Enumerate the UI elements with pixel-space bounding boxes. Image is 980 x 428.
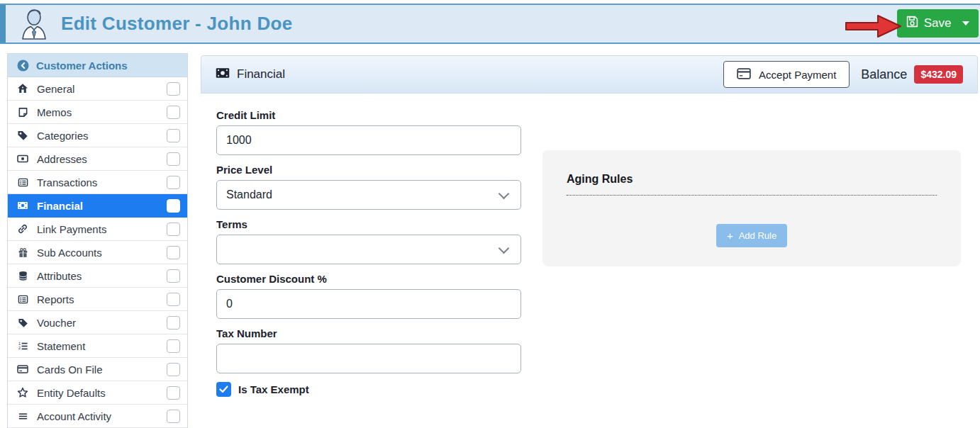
sidebar-item-general[interactable]: General <box>8 77 187 101</box>
person-icon <box>18 8 50 40</box>
sidebar-header: Customer Actions <box>8 54 187 77</box>
database-icon <box>16 271 29 281</box>
list-icon <box>16 177 29 188</box>
sidebar-item-label: Entity Defaults <box>37 387 159 399</box>
sidebar-checkbox[interactable] <box>167 82 180 96</box>
customer-discount-input[interactable] <box>216 289 521 319</box>
sidebar-item-label: Voucher <box>37 317 159 329</box>
customer-actions-sidebar: Customer Actions General Memos Categorie… <box>7 53 188 428</box>
sidebar-item-financial[interactable]: Financial <box>8 194 187 218</box>
add-rule-label: Add Rule <box>739 230 776 241</box>
sidebar-item-label: Link Payments <box>37 223 159 235</box>
sidebar-checkbox[interactable] <box>167 339 180 353</box>
sidebar-checkbox[interactable] <box>167 293 180 306</box>
price-level-label: Price Level <box>216 164 521 176</box>
aging-rules-card: Aging Rules + Add Rule <box>542 150 961 266</box>
is-tax-exempt-checkbox[interactable] <box>216 382 231 397</box>
sidebar-checkbox[interactable] <box>167 269 180 283</box>
sidebar-checkbox[interactable] <box>167 129 180 142</box>
save-button[interactable]: Save <box>897 9 979 38</box>
sidebar-item-cards-on-file[interactable]: Cards On File <box>8 358 187 381</box>
sidebar-item-label: General <box>37 83 159 95</box>
accept-payment-label: Accept Payment <box>759 69 836 81</box>
sidebar-item-label: Reports <box>37 293 159 305</box>
tag-icon <box>16 130 29 141</box>
page-title: Edit Customer - John Doe <box>61 13 292 35</box>
sidebar-item-categories[interactable]: Categories <box>8 124 187 147</box>
save-button-label: Save <box>924 16 952 30</box>
sidebar-checkbox[interactable] <box>167 199 180 213</box>
balance-label: Balance <box>861 67 907 82</box>
sidebar-checkbox[interactable] <box>167 223 180 236</box>
tag-solid-icon <box>16 317 29 328</box>
sidebar-item-memos[interactable]: Memos <box>8 101 187 124</box>
floppy-disk-icon <box>906 16 918 31</box>
sidebar-checkbox[interactable] <box>167 316 180 330</box>
sidebar-checkbox[interactable] <box>167 410 180 423</box>
sidebar-item-label: Financial <box>37 200 159 212</box>
list-icon <box>16 294 29 305</box>
sidebar-item-sub-accounts[interactable]: Sub Accounts <box>8 241 187 264</box>
financial-panel-header: Financial Accept Payment Balance $432.09 <box>201 55 978 94</box>
price-level-select[interactable]: Standard <box>216 180 521 210</box>
sidebar-item-label: Transactions <box>37 176 159 188</box>
chevron-down-icon <box>499 188 510 200</box>
sidebar-checkbox[interactable] <box>167 176 180 189</box>
sidebar-header-label: Customer Actions <box>36 60 128 72</box>
page-header: Edit Customer - John Doe <box>0 4 980 44</box>
sidebar-item-label: Categories <box>37 130 159 142</box>
tax-number-label: Tax Number <box>216 327 521 339</box>
price-level-value: Standard <box>226 188 272 201</box>
sidebar-item-reports[interactable]: Reports <box>8 288 187 311</box>
chevron-down-icon <box>499 243 510 254</box>
customer-discount-label: Customer Discount % <box>216 273 521 285</box>
sidebar-checkbox[interactable] <box>167 152 180 166</box>
svg-text:1: 1 <box>18 341 20 345</box>
back-circle-icon[interactable] <box>16 60 29 72</box>
is-tax-exempt-label: Is Tax Exempt <box>238 383 309 395</box>
sidebar-item-voucher[interactable]: Voucher <box>8 311 187 334</box>
gift-icon <box>16 247 29 258</box>
sidebar-item-label: Sub Accounts <box>37 247 159 259</box>
caret-down-icon <box>962 21 969 26</box>
sidebar-item-entity-defaults[interactable]: Entity Defaults <box>8 381 187 405</box>
sidebar-item-attributes[interactable]: Attributes <box>8 264 187 288</box>
tax-number-input[interactable] <box>216 344 521 373</box>
sidebar-item-addresses[interactable]: Addresses <box>8 147 187 171</box>
ordered-list-icon: 12 <box>16 341 29 351</box>
star-icon <box>16 387 29 398</box>
sidebar-item-label: Memos <box>37 106 159 118</box>
sidebar-checkbox[interactable] <box>167 363 180 376</box>
svg-text:2: 2 <box>18 346 20 350</box>
credit-limit-input[interactable] <box>216 125 521 155</box>
financial-panel-body: Credit Limit Price Level Standard Terms … <box>201 94 978 397</box>
sidebar-item-label: Cards On File <box>37 364 159 376</box>
aging-rules-title: Aging Rules <box>567 173 937 196</box>
sidebar-item-account-activity[interactable]: Account Activity <box>8 405 187 428</box>
sidebar-checkbox[interactable] <box>167 246 180 259</box>
add-rule-button[interactable]: + Add Rule <box>716 224 787 247</box>
sidebar-item-link-payments[interactable]: Link Payments <box>8 218 187 241</box>
sidebar-item-label: Statement <box>37 340 159 352</box>
sidebar-item-label: Account Activity <box>37 410 159 422</box>
credit-limit-label: Credit Limit <box>216 109 521 121</box>
memo-icon <box>16 107 29 118</box>
bars-icon <box>16 411 29 422</box>
annotation-arrow-icon <box>845 13 903 39</box>
header-accent-strip <box>0 5 6 43</box>
money-icon <box>16 200 29 211</box>
money-bill-icon <box>16 153 29 164</box>
sidebar-checkbox[interactable] <box>167 386 180 400</box>
credit-card-icon <box>737 68 751 81</box>
money-icon <box>216 67 230 81</box>
accept-payment-button[interactable]: Accept Payment <box>723 61 850 88</box>
financial-panel: Financial Accept Payment Balance $432.09… <box>201 55 978 428</box>
terms-select[interactable] <box>216 235 521 264</box>
sidebar-item-statement[interactable]: 12 Statement <box>8 334 187 358</box>
plus-icon: + <box>727 230 733 242</box>
sidebar-item-transactions[interactable]: Transactions <box>8 171 187 194</box>
panel-title: Financial <box>237 67 285 81</box>
link-icon <box>16 223 29 235</box>
balance-badge: $432.09 <box>914 65 963 84</box>
sidebar-checkbox[interactable] <box>167 106 180 119</box>
